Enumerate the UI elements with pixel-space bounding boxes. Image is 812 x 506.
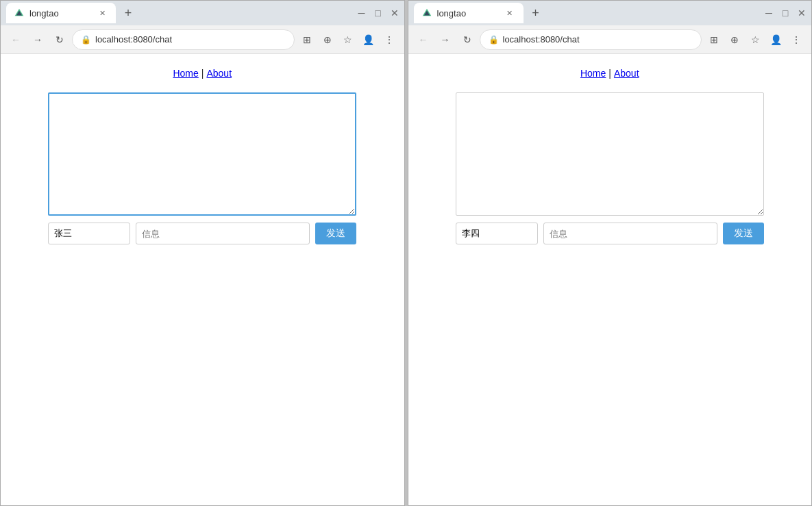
forward-button-2[interactable]: → bbox=[436, 30, 455, 49]
window-controls-1: ─ □ ✕ bbox=[358, 9, 399, 17]
menu-button-1[interactable]: ⋮ bbox=[380, 30, 399, 49]
address-bar-2[interactable]: 🔒 localhost:8080/chat bbox=[480, 29, 702, 50]
nav-links-1: Home | About bbox=[173, 68, 232, 79]
translate-button-1[interactable]: ⊞ bbox=[297, 30, 317, 49]
message-input-2[interactable] bbox=[543, 223, 717, 244]
refresh-button-2[interactable]: ↻ bbox=[458, 30, 477, 49]
nav-links-2: Home | About bbox=[580, 68, 639, 79]
nav-separator-1: | bbox=[201, 68, 204, 79]
username-input-2[interactable] bbox=[456, 223, 538, 244]
account-button-1[interactable]: 👤 bbox=[359, 30, 378, 49]
tab-favicon-2 bbox=[422, 8, 432, 18]
browser-window-2: longtao ✕ + ─ □ ✕ ← → ↻ 🔒 localhost:8080… bbox=[408, 0, 813, 506]
title-bar-2: longtao ✕ + ─ □ ✕ bbox=[408, 1, 812, 25]
chat-textarea-1[interactable] bbox=[48, 92, 356, 216]
bookmark-button-1[interactable]: ☆ bbox=[339, 30, 358, 49]
account-button-2[interactable]: 👤 bbox=[766, 30, 785, 49]
browser-window-1: longtao ✕ + ─ □ ✕ ← → ↻ 🔒 localhost:8080… bbox=[0, 0, 405, 506]
page-content-1: Home | About 发送 bbox=[1, 54, 404, 505]
minimize-button-1[interactable]: ─ bbox=[358, 9, 366, 17]
chat-textarea-2[interactable] bbox=[456, 92, 764, 216]
close-button-2[interactable]: ✕ bbox=[798, 9, 806, 17]
chat-input-row-2: 发送 bbox=[456, 223, 764, 244]
forward-button-1[interactable]: → bbox=[28, 30, 47, 49]
new-tab-button-1[interactable]: + bbox=[119, 3, 138, 23]
address-bar-1[interactable]: 🔒 localhost:8080/chat bbox=[72, 29, 295, 50]
zoom-button-1[interactable]: ⊕ bbox=[318, 30, 337, 49]
maximize-button-1[interactable]: □ bbox=[374, 9, 382, 17]
home-link-1[interactable]: Home bbox=[173, 68, 198, 79]
about-link-1[interactable]: About bbox=[206, 68, 232, 79]
toolbar-2: ← → ↻ 🔒 localhost:8080/chat ⊞ ⊕ ☆ 👤 ⋮ bbox=[408, 25, 812, 54]
bookmark-button-2[interactable]: ☆ bbox=[746, 30, 765, 49]
lock-icon-1: 🔒 bbox=[81, 35, 91, 45]
chat-container-2: 发送 bbox=[456, 92, 764, 244]
window-controls-2: ─ □ ✕ bbox=[765, 9, 806, 17]
url-text-2: localhost:8080/chat bbox=[503, 34, 693, 45]
title-bar-1: longtao ✕ + ─ □ ✕ bbox=[1, 1, 404, 25]
toolbar-actions-2: ⊞ ⊕ ☆ 👤 ⋮ bbox=[704, 30, 806, 49]
lock-icon-2: 🔒 bbox=[489, 35, 499, 45]
refresh-button-1[interactable]: ↻ bbox=[50, 30, 69, 49]
minimize-button-2[interactable]: ─ bbox=[765, 9, 773, 17]
url-text-1: localhost:8080/chat bbox=[95, 34, 286, 45]
zoom-button-2[interactable]: ⊕ bbox=[725, 30, 744, 49]
tab-title-1: longtao bbox=[29, 8, 59, 18]
chat-container-1: 发送 bbox=[48, 92, 356, 244]
tab-close-2[interactable]: ✕ bbox=[504, 8, 515, 18]
username-input-1[interactable] bbox=[48, 223, 130, 244]
browser-tab-1[interactable]: longtao ✕ bbox=[6, 3, 116, 23]
tab-close-1[interactable]: ✕ bbox=[97, 8, 108, 18]
message-input-1[interactable] bbox=[136, 223, 310, 244]
toolbar-1: ← → ↻ 🔒 localhost:8080/chat ⊞ ⊕ ☆ 👤 ⋮ bbox=[1, 25, 404, 54]
new-tab-button-2[interactable]: + bbox=[526, 3, 545, 23]
translate-button-2[interactable]: ⊞ bbox=[704, 30, 724, 49]
tab-title-2: longtao bbox=[437, 8, 467, 18]
about-link-2[interactable]: About bbox=[614, 68, 639, 79]
nav-separator-2: | bbox=[608, 68, 611, 79]
home-link-2[interactable]: Home bbox=[580, 68, 606, 79]
menu-button-2[interactable]: ⋮ bbox=[787, 30, 806, 49]
browser-tab-2[interactable]: longtao ✕ bbox=[414, 3, 524, 23]
close-button-1[interactable]: ✕ bbox=[391, 9, 399, 17]
maximize-button-2[interactable]: □ bbox=[781, 9, 789, 17]
chat-input-row-1: 发送 bbox=[48, 223, 356, 244]
send-button-1[interactable]: 发送 bbox=[315, 223, 356, 244]
back-button-1[interactable]: ← bbox=[6, 30, 25, 49]
send-button-2[interactable]: 发送 bbox=[723, 223, 764, 244]
back-button-2[interactable]: ← bbox=[414, 30, 433, 49]
tab-favicon-1 bbox=[14, 8, 24, 18]
page-content-2: Home | About 发送 bbox=[408, 54, 812, 505]
toolbar-actions-1: ⊞ ⊕ ☆ 👤 ⋮ bbox=[297, 30, 399, 49]
